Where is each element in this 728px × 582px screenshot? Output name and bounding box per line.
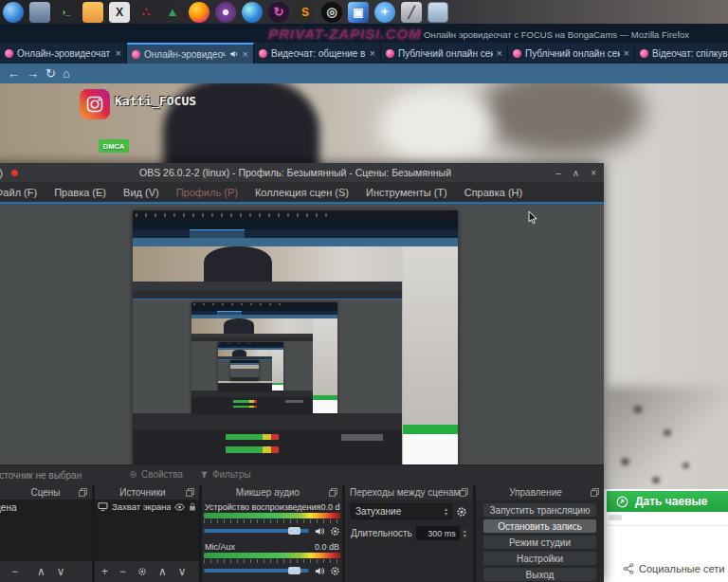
tab-close-icon[interactable]: × xyxy=(243,49,248,60)
volume-slider[interactable] xyxy=(204,529,309,533)
edge-browser-icon[interactable] xyxy=(242,2,263,23)
popout-icon[interactable] xyxy=(329,488,337,497)
tor-browser-icon[interactable] xyxy=(215,2,236,23)
transition-gear-icon[interactable] xyxy=(456,506,467,518)
remove-source-button[interactable]: − xyxy=(119,565,126,578)
tip-coin-icon xyxy=(616,496,628,508)
lock-icon[interactable] xyxy=(189,502,196,511)
tab-2-active[interactable]: Онлайн-эровидеочат × xyxy=(127,43,254,64)
scenes-list[interactable]: Сцена xyxy=(0,500,92,561)
scatter-app-icon[interactable]: ∴ xyxy=(136,2,156,23)
transition-select[interactable]: Затухание ▴▾ xyxy=(351,503,452,519)
obs-titlebar[interactable]: OBS 26.0.2-2 (linux) - Профиль: Безымянн… xyxy=(0,163,604,182)
tab-6[interactable]: Відеочат: спілкуван × xyxy=(635,43,728,64)
tip-button[interactable]: Дать чаевые xyxy=(607,491,728,512)
tab-close-icon[interactable]: × xyxy=(497,48,502,59)
duration-input[interactable]: 300 ms xyxy=(416,526,460,540)
scene-down-button[interactable]: ∨ xyxy=(57,565,65,578)
pillow xyxy=(379,88,493,164)
tab-close-icon[interactable]: × xyxy=(370,48,375,59)
tab-favicon xyxy=(5,49,13,58)
source-item[interactable]: Захват экрана (X xyxy=(95,500,199,514)
meter-scale xyxy=(204,519,340,523)
duration-label: Длительность xyxy=(351,528,412,538)
start-streaming-button[interactable]: Запустить трансляцию xyxy=(483,503,596,517)
sublime-text-icon[interactable]: S xyxy=(295,2,316,23)
minimize-button[interactable]: – xyxy=(555,168,561,178)
tab-1[interactable]: Онлайн-эровидеочат с × xyxy=(0,43,127,64)
source-down-button[interactable]: ∨ xyxy=(178,565,187,578)
popout-icon[interactable] xyxy=(591,488,599,497)
volume-slider[interactable] xyxy=(204,569,309,573)
tab-close-icon[interactable]: × xyxy=(624,48,629,59)
reload-button[interactable]: ↻ xyxy=(46,67,56,80)
menu-help[interactable]: Справка (H) xyxy=(456,187,531,198)
speaker-icon[interactable] xyxy=(314,526,325,537)
archive-tool-icon[interactable]: X xyxy=(109,2,130,23)
tab-favicon xyxy=(259,49,267,58)
tab-favicon xyxy=(640,49,648,58)
channel-gear-icon[interactable] xyxy=(330,566,340,576)
stop-recording-button[interactable]: Остановить запись xyxy=(483,519,596,533)
back-button[interactable]: ← xyxy=(8,67,20,80)
tab-audio-icon[interactable] xyxy=(229,49,239,59)
audio-app-icon[interactable]: ✦ xyxy=(374,2,395,23)
maximize-button[interactable]: ∧ xyxy=(573,168,579,178)
menu-tools[interactable]: Инструменты (T) xyxy=(357,187,456,198)
tab-5[interactable]: Публічний онлайн секс × xyxy=(508,43,635,64)
menu-file[interactable]: Файл (F) xyxy=(0,187,46,198)
build-tools-icon[interactable]: ╱ xyxy=(401,2,422,23)
visibility-eye-icon[interactable] xyxy=(174,503,185,511)
sync-app-icon[interactable]: ↻ xyxy=(268,2,289,23)
filter-icon xyxy=(200,470,209,479)
blanket-spot xyxy=(633,406,643,413)
scene-item[interactable]: Сцена xyxy=(0,500,92,516)
channel-level: 0.0 dB xyxy=(315,542,339,552)
add-source-button[interactable]: + xyxy=(101,565,108,578)
popout-icon[interactable] xyxy=(79,488,87,497)
sources-list[interactable]: Захват экрана (X xyxy=(95,500,199,561)
menu-profile[interactable]: Профиль (P) xyxy=(168,187,246,198)
channel-gear-icon[interactable] xyxy=(330,526,340,537)
virtualbox-icon[interactable]: ▣ xyxy=(348,2,369,23)
exit-button[interactable]: Выход xyxy=(483,568,596,581)
tab-3[interactable]: Видеочат: общение в эр × xyxy=(254,43,381,64)
menu-view[interactable]: Вид (V) xyxy=(115,187,168,198)
blanket-spot xyxy=(621,458,629,465)
duration-stepper[interactable]: ▴▾ xyxy=(464,529,466,538)
scene-up-button[interactable]: ∧ xyxy=(37,565,46,578)
mouse-cursor xyxy=(528,210,539,229)
instagram-handle: Katti_FOCUS xyxy=(115,94,196,108)
network-app-icon[interactable]: ▲ xyxy=(162,2,183,23)
home-button[interactable]: ⌂ xyxy=(63,67,70,80)
display-settings-icon[interactable] xyxy=(428,2,448,23)
speaker-icon[interactable] xyxy=(314,566,325,576)
popout-icon[interactable] xyxy=(186,488,194,497)
desktop-window-icon[interactable] xyxy=(29,2,50,23)
tab-4[interactable]: Публічний онлайн секс × xyxy=(381,43,508,64)
popout-icon[interactable] xyxy=(460,488,468,497)
forward-button[interactable]: → xyxy=(27,67,39,80)
firefox-icon[interactable] xyxy=(189,2,209,23)
close-button[interactable]: × xyxy=(591,168,596,178)
tab-close-icon[interactable]: × xyxy=(116,48,121,59)
audio-mixer-dock: Микшер аудио Устройство воспроизведения … xyxy=(202,485,342,582)
file-manager-icon[interactable] xyxy=(82,2,103,23)
social-links[interactable]: Социальные сети xyxy=(623,563,724,574)
remove-scene-button[interactable]: − xyxy=(11,565,18,578)
chromium-browser-icon[interactable] xyxy=(3,2,24,23)
terminal-icon[interactable]: ›_ xyxy=(56,2,77,23)
source-up-button[interactable]: ∧ xyxy=(158,565,167,578)
tab-favicon xyxy=(132,50,140,59)
controls-title: Управление xyxy=(481,487,591,498)
menu-edit[interactable]: Правка (E) xyxy=(46,187,115,198)
menu-scene-collection[interactable]: Коллекция сцен (S) xyxy=(246,187,357,198)
properties-button[interactable]: Свойства xyxy=(129,469,183,480)
obs-preview-canvas[interactable] xyxy=(0,204,604,464)
studio-mode-button[interactable]: Режим студии xyxy=(483,536,596,549)
settings-button[interactable]: Настройки xyxy=(483,552,596,565)
obs-window-title: OBS 26.0.2-2 (linux) - Профиль: Безымянн… xyxy=(0,167,604,178)
obs-studio-icon[interactable]: ◎ xyxy=(321,2,342,23)
filters-button[interactable]: Фильтры xyxy=(200,469,251,480)
source-properties-gear-icon[interactable] xyxy=(137,567,147,576)
